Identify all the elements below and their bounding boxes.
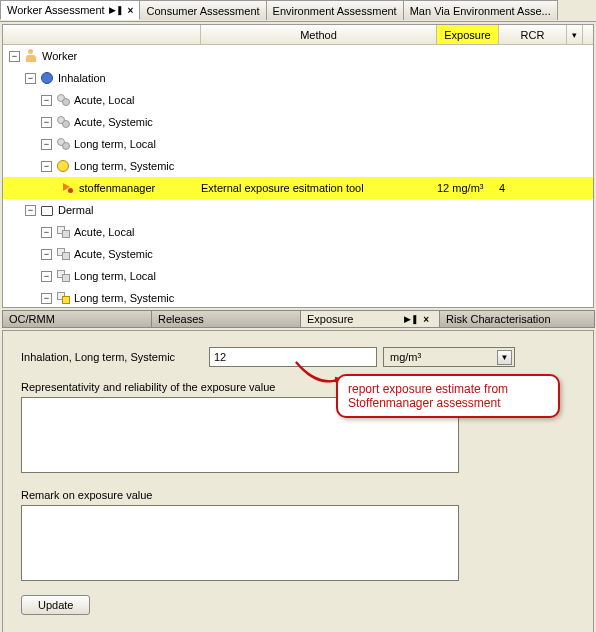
- squares-icon: [56, 247, 70, 261]
- expand-toggle[interactable]: [41, 227, 52, 238]
- tree-row-worker[interactable]: Worker: [3, 45, 593, 67]
- expand-toggle[interactable]: [41, 95, 52, 106]
- circle-yellow-icon: [56, 159, 70, 173]
- col-method[interactable]: Method: [201, 25, 437, 44]
- path-label: Inhalation, Long term, Systemic: [21, 351, 203, 363]
- exposure-value-input[interactable]: [209, 347, 377, 367]
- expand-toggle[interactable]: [25, 73, 36, 84]
- tree-row-long-local[interactable]: Long term, Local: [3, 133, 593, 155]
- circles-gray-icon: [56, 93, 70, 107]
- tab-label: Environment Assessment: [273, 5, 397, 17]
- row-label: Acute, Systemic: [74, 116, 153, 128]
- update-button[interactable]: Update: [21, 595, 90, 615]
- assessment-tree: Method Exposure RCR ▾ Worker Inhalation …: [2, 24, 594, 308]
- expand-toggle[interactable]: [9, 51, 20, 62]
- tree-header: Method Exposure RCR ▾: [3, 25, 593, 45]
- row-label: Inhalation: [58, 72, 106, 84]
- tree-row-d-acute-local[interactable]: Acute, Local: [3, 221, 593, 243]
- annotation-callout: report exposure estimate from Stoffenman…: [336, 374, 560, 418]
- col-rcr[interactable]: RCR: [499, 25, 567, 44]
- tab-label: Worker Assessment: [7, 4, 105, 16]
- subtab-risk[interactable]: Risk Characterisation: [439, 310, 595, 328]
- subtab-label: Releases: [158, 313, 204, 325]
- row-label: Long term, Systemic: [74, 292, 174, 304]
- squares-icon: [56, 225, 70, 239]
- expand-toggle[interactable]: [41, 271, 52, 282]
- cell-exposure: 12 mg/m³: [437, 182, 499, 194]
- close-icon[interactable]: ×: [128, 5, 134, 16]
- circles-gray-icon: [56, 115, 70, 129]
- expand-toggle[interactable]: [41, 161, 52, 172]
- pin-icon[interactable]: ▶❚: [109, 5, 124, 15]
- expand-toggle[interactable]: [41, 249, 52, 260]
- close-icon[interactable]: ×: [423, 314, 429, 325]
- tree-row-long-systemic[interactable]: Long term, Systemic: [3, 155, 593, 177]
- tree-row-d-long-systemic[interactable]: Long term, Systemic: [3, 287, 593, 307]
- row-label: Long term, Local: [74, 270, 156, 282]
- row-label: Worker: [42, 50, 77, 62]
- expand-toggle[interactable]: [41, 117, 52, 128]
- subtab-label: Risk Characterisation: [446, 313, 551, 325]
- row-label: Long term, Local: [74, 138, 156, 150]
- circle-blue-icon: [40, 71, 54, 85]
- subtab-label: Exposure: [307, 313, 353, 325]
- unit-select[interactable]: mg/m³ ▼: [383, 347, 515, 367]
- col-tree[interactable]: [3, 25, 201, 44]
- tree-row-acute-local[interactable]: Acute, Local: [3, 89, 593, 111]
- cell-method: External exposure esitmation tool: [201, 182, 437, 194]
- col-menu-icon[interactable]: ▾: [567, 25, 583, 44]
- tree-row-stoffenmanager[interactable]: stoffenmanager External exposure esitmat…: [3, 177, 593, 199]
- tool-icon: [61, 181, 75, 195]
- tab-consumer-assessment[interactable]: Consumer Assessment: [139, 0, 266, 20]
- assessment-tabs: Worker Assessment ▶❚ × Consumer Assessme…: [0, 0, 596, 22]
- row-label: Acute, Local: [74, 226, 135, 238]
- squares-yellow-icon: [56, 291, 70, 305]
- row-label: stoffenmanager: [79, 182, 155, 194]
- tab-environment-assessment[interactable]: Environment Assessment: [266, 0, 404, 20]
- row-label: Long term, Systemic: [74, 160, 174, 172]
- tab-worker-assessment[interactable]: Worker Assessment ▶❚ ×: [0, 0, 140, 20]
- tree-row-d-acute-systemic[interactable]: Acute, Systemic: [3, 243, 593, 265]
- subtab-exposure[interactable]: Exposure ▶❚ ×: [300, 310, 440, 328]
- tab-label: Consumer Assessment: [146, 5, 259, 17]
- callout-text: report exposure estimate from Stoffenman…: [348, 382, 508, 410]
- tab-man-via-environment[interactable]: Man Via Environment Asse...: [403, 0, 558, 20]
- subtab-label: OC/RMM: [9, 313, 55, 325]
- row-label: Acute, Local: [74, 94, 135, 106]
- col-exposure[interactable]: Exposure: [437, 25, 499, 44]
- unit-value: mg/m³: [390, 351, 421, 363]
- expand-toggle[interactable]: [41, 293, 52, 304]
- expand-toggle[interactable]: [25, 205, 36, 216]
- expand-toggle[interactable]: [41, 139, 52, 150]
- row-label: Dermal: [58, 204, 93, 216]
- person-icon: [24, 49, 38, 63]
- squares-icon: [56, 269, 70, 283]
- circles-gray-icon: [56, 137, 70, 151]
- detail-tabs: OC/RMM Releases Exposure ▶❚ × Risk Chara…: [2, 310, 594, 328]
- chevron-down-icon: ▼: [497, 350, 512, 365]
- remark-textarea[interactable]: [21, 505, 459, 581]
- tree-row-d-long-local[interactable]: Long term, Local: [3, 265, 593, 287]
- tab-label: Man Via Environment Asse...: [410, 5, 551, 17]
- tree-row-inhalation[interactable]: Inhalation: [3, 67, 593, 89]
- tree-row-dermal[interactable]: Dermal: [3, 199, 593, 221]
- cell-rcr: 4: [499, 182, 567, 194]
- tree-row-acute-systemic[interactable]: Acute, Systemic: [3, 111, 593, 133]
- subtab-ocrmm[interactable]: OC/RMM: [2, 310, 152, 328]
- subtab-releases[interactable]: Releases: [151, 310, 301, 328]
- row-label: Acute, Systemic: [74, 248, 153, 260]
- hand-icon: [40, 203, 54, 217]
- pin-icon[interactable]: ▶❚: [404, 314, 419, 324]
- remark-label: Remark on exposure value: [21, 489, 581, 501]
